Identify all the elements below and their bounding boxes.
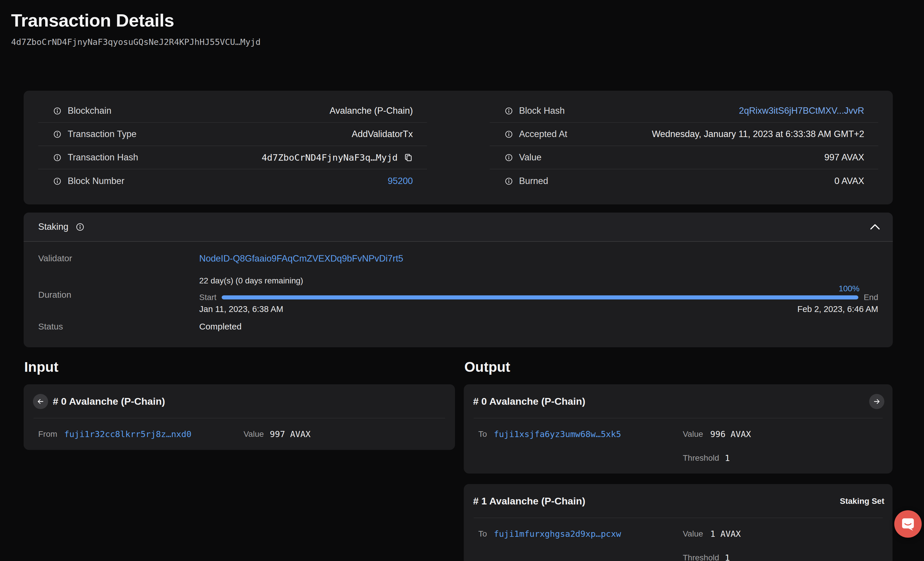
value-label: Value <box>683 429 710 439</box>
input-nav-button[interactable] <box>33 394 48 409</box>
row-label: Block Hash <box>519 105 565 116</box>
end-label: End <box>864 293 878 302</box>
overview-right-column: Block Hash 2qRixw3itS6jH7BCtMXV...JvvR A… <box>490 99 879 193</box>
info-icon[interactable] <box>505 107 513 115</box>
output-card-header: # 1 Avalanche (P-Chain) Staking Set <box>464 484 892 518</box>
output-nav-button[interactable] <box>869 394 884 409</box>
duration-dates: Jan 11, 2023, 6:38 AM Feb 2, 2023, 6:46 … <box>199 304 878 314</box>
input-card-header: # 0 Avalanche (P-Chain) <box>24 384 455 418</box>
output-to-address-link[interactable]: fuji1xsjfa6yz3umw68w…5xk5 <box>494 429 621 439</box>
row-label: Block Number <box>68 176 124 186</box>
block-number-link[interactable]: 95200 <box>388 176 413 186</box>
collapse-staking-button[interactable] <box>870 224 880 230</box>
to-label: To <box>478 529 494 538</box>
input-from-address-link[interactable]: fuji1r32cc8lkrr5rj8z…nxd0 <box>64 429 192 439</box>
copy-transaction-hash-button[interactable] <box>404 153 413 162</box>
info-icon[interactable] <box>53 130 61 138</box>
output-heading: Output <box>464 359 892 375</box>
staking-body: Validator NodeID-Q8Gfaaio9FAqCmZVEXDq9bF… <box>24 242 893 332</box>
duration-row: Duration 22 day(s) (0 days remaining) 10… <box>38 276 878 314</box>
info-icon[interactable] <box>505 177 513 185</box>
page-title: Transaction Details <box>11 10 924 31</box>
value-label: Value <box>243 429 270 439</box>
blockchain-value: Avalanche (P-Chain) <box>330 105 413 116</box>
staking-card: Staking Validator NodeID-Q8Gfaaio9FAqCmZ… <box>24 213 893 347</box>
accepted-at-value: Wednesday, January 11, 2023 at 6:33:38 A… <box>652 129 864 140</box>
input-output-section: Input # 0 Avalanche (P-Chain) From fuji1… <box>24 359 924 561</box>
page-header: Transaction Details 4d7ZboCrND4FjnyNaF3q… <box>0 0 924 47</box>
status-value: Completed <box>199 322 242 332</box>
duration-content: 22 day(s) (0 days remaining) 100% Start … <box>199 276 878 314</box>
table-row: Blockchain Avalanche (P-Chain) <box>38 99 427 123</box>
info-icon[interactable] <box>53 107 61 115</box>
info-icon[interactable] <box>53 177 61 185</box>
arrow-left-icon <box>36 398 45 406</box>
output-card-body: To fuji1mfurxghgsa2d9xp…pcxw Value 1 AVA… <box>464 518 892 561</box>
intercom-launcher-button[interactable] <box>894 510 922 538</box>
input-card-title: # 0 Avalanche (P-Chain) <box>53 396 165 407</box>
threshold-value: 1 <box>725 453 730 463</box>
start-label: Start <box>199 293 216 302</box>
value-label: Value <box>683 529 710 538</box>
input-column: Input # 0 Avalanche (P-Chain) From fuji1… <box>24 359 455 450</box>
transaction-hash-subtitle: 4d7ZboCrND4FjnyNaF3qyosuGQsNeJ2R4KPJhHJ5… <box>11 37 924 47</box>
end-date: Feb 2, 2023, 6:46 AM <box>797 304 878 314</box>
transaction-hash-value: 4d7ZboCrND4FjnyNaF3q…Myjd <box>262 152 398 163</box>
output-value: 1 AVAX <box>710 529 741 539</box>
duration-percent: 100% <box>838 284 860 293</box>
row-label: Blockchain <box>68 105 111 116</box>
burned-amount: 0 AVAX <box>834 176 864 186</box>
arrow-right-icon <box>873 398 881 406</box>
staking-title: Staking <box>38 222 68 232</box>
output-column: Output # 0 Avalanche (P-Chain) To fuji1x… <box>464 359 892 561</box>
row-label: Value <box>519 152 542 163</box>
threshold-label: Threshold <box>683 453 725 463</box>
input-value: 997 AVAX <box>270 429 310 439</box>
duration-label: Duration <box>38 276 199 300</box>
threshold-row: Threshold 1 <box>478 553 878 561</box>
table-row: Accepted At Wednesday, January 11, 2023 … <box>490 123 879 146</box>
threshold-row: Threshold 1 <box>478 453 878 463</box>
duration-bar-row: Start End <box>199 292 878 302</box>
info-icon[interactable] <box>505 130 513 138</box>
output-card-title: # 1 Avalanche (P-Chain) <box>473 495 585 507</box>
chevron-up-icon <box>870 224 880 230</box>
duration-text: 22 day(s) (0 days remaining) <box>199 276 878 285</box>
table-row: Transaction Hash 4d7ZboCrND4FjnyNaF3q…My… <box>38 146 427 170</box>
input-heading: Input <box>24 359 455 375</box>
table-row: Block Hash 2qRixw3itS6jH7BCtMXV...JvvR <box>490 99 879 123</box>
output-to-address-link[interactable]: fuji1mfurxghgsa2d9xp…pcxw <box>494 529 621 539</box>
output-card-0: # 0 Avalanche (P-Chain) To fuji1xsjfa6yz… <box>464 384 892 474</box>
overview-card: Blockchain Avalanche (P-Chain) Transacti… <box>24 91 893 204</box>
output-value: 996 AVAX <box>710 429 751 439</box>
to-row: To fuji1mfurxghgsa2d9xp…pcxw Value 1 AVA… <box>478 529 878 539</box>
status-row: Status Completed <box>38 322 878 332</box>
staking-set-badge: Staking Set <box>840 496 884 506</box>
info-icon[interactable] <box>76 223 84 231</box>
value-amount: 997 AVAX <box>824 152 864 163</box>
to-label: To <box>478 429 494 439</box>
threshold-label: Threshold <box>683 553 725 561</box>
info-icon[interactable] <box>53 154 61 162</box>
to-row: To fuji1xsjfa6yz3umw68w…5xk5 Value 996 A… <box>478 429 878 439</box>
duration-progress-fill <box>222 296 858 300</box>
chat-bubble-icon <box>901 517 915 531</box>
input-card-0: # 0 Avalanche (P-Chain) From fuji1r32cc8… <box>24 384 455 450</box>
validator-link[interactable]: NodeID-Q8Gfaaio9FAqCmZVEXDq9bFvNPvDi7rt5 <box>199 254 403 264</box>
table-row: Block Number 95200 <box>38 170 427 193</box>
overview-left-column: Blockchain Avalanche (P-Chain) Transacti… <box>38 99 427 193</box>
threshold-value: 1 <box>725 553 730 561</box>
row-label: Burned <box>519 176 548 186</box>
table-row: Burned 0 AVAX <box>490 170 879 193</box>
block-hash-link[interactable]: 2qRixw3itS6jH7BCtMXV...JvvR <box>739 105 864 116</box>
transaction-type-value: AddValidatorTx <box>352 129 413 140</box>
output-card-header: # 0 Avalanche (P-Chain) <box>464 384 892 418</box>
row-label: Transaction Hash <box>68 152 138 163</box>
copy-icon <box>404 153 413 162</box>
info-icon[interactable] <box>505 154 513 162</box>
row-label: Accepted At <box>519 129 567 140</box>
table-row: Transaction Type AddValidatorTx <box>38 123 427 146</box>
row-label: Transaction Type <box>68 129 136 140</box>
table-row: Value 997 AVAX <box>490 146 879 170</box>
output-card-1: # 1 Avalanche (P-Chain) Staking Set To f… <box>464 484 892 561</box>
